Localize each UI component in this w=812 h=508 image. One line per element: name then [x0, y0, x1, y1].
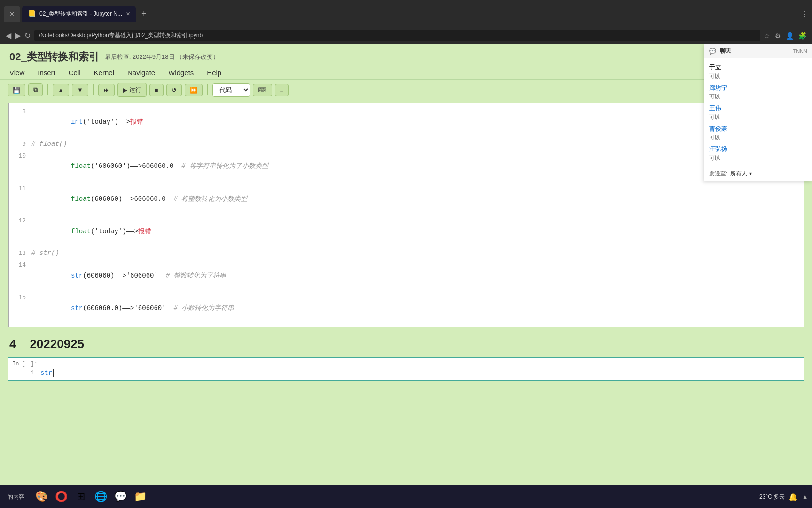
code-line-11: 11 float(606060)——>606060.0 # 将整数转化为小数类型 [9, 183, 804, 215]
taskbar-icon-browser[interactable]: 🌐 [91, 487, 110, 506]
settings-icon[interactable]: ⚙ [775, 32, 781, 40]
taskbar-icon-circle[interactable]: ⭕ [52, 487, 70, 506]
address-bar-row: ◀ ▶ ↻ /Notebooks/Desktop/Python专基础入门/02_… [0, 27, 812, 44]
member-name-langfangyu[interactable]: 廊坊宇 [709, 83, 807, 93]
toolbar: 💾 ⧉ ▲ ▼ ⏭ ▶ 运行 ■ ↺ ⏩ 代码 ⌨ ≡ [0, 80, 812, 100]
chat-member-wanghoyang: 汪弘扬 可以 [709, 143, 807, 164]
art-icon: 🎨 [35, 491, 48, 503]
tab-bar: ✕ 📒 02_类型转换和索引 - Jupyter N... ✕ + [4, 6, 798, 22]
line-number-11: 11 [13, 184, 26, 194]
fast-forward-button[interactable]: ⏩ [185, 84, 203, 96]
taskbar-icon-chat[interactable]: 💬 [111, 487, 130, 506]
chat-panel: 💬 聊天 TNNN 于立 可以 廊坊宇 可以 王伟 可以 曹俊豪 可以 汪弘扬 [704, 44, 812, 181]
copy-button[interactable]: ⧉ [28, 83, 43, 96]
active-cell-content[interactable]: 1 str [8, 368, 804, 378]
send-to-dropdown[interactable]: 所有人 ▾ [730, 170, 751, 178]
menu-bar: View Insert Cell Kernel Navigate Widgets… [0, 66, 812, 80]
text-cursor [53, 369, 54, 377]
cell-type-select[interactable]: 代码 [212, 83, 250, 97]
line-number-8: 8 [13, 107, 26, 117]
member-name-wanghoyang[interactable]: 汪弘扬 [709, 144, 807, 154]
code-line-15: 15 str(606060.0)——>'606060' # 小数转化为字符串 [9, 292, 804, 324]
menu-cell[interactable]: Cell [69, 68, 81, 78]
menu-insert[interactable]: Insert [38, 68, 55, 78]
taskbar-left: 的内容 [4, 493, 28, 501]
menu-view[interactable]: View [9, 68, 24, 78]
code-content-14: str(606060)——>'606060' # 整数转化为字符串 [31, 260, 226, 291]
browser-menu-icon[interactable]: ⋮ [801, 9, 808, 18]
section-number: 4 [9, 337, 16, 351]
send-to-label: 发送至: [709, 170, 727, 178]
member-status-wangwei: 可以 [709, 113, 807, 121]
chat-subtitle: TNNN [793, 48, 807, 54]
code-line-12: 12 float('today')——>报错 [9, 215, 804, 247]
code-content-9: # float() [31, 139, 67, 149]
refresh-icon[interactable]: ↻ [24, 31, 31, 40]
taskbar-icon-art[interactable]: 🎨 [32, 487, 51, 506]
active-cell[interactable]: In [ ]: 1 str [8, 357, 804, 381]
code-content-12: float('today')——>报错 [31, 215, 151, 247]
active-cell-header: In [ ]: [8, 360, 804, 368]
taskbar-icons: 🎨 ⭕ ⊞ 🌐 💬 📁 [32, 487, 149, 506]
save-button[interactable]: 💾 [8, 84, 25, 96]
new-tab-button[interactable]: + [138, 7, 150, 21]
step-over-button[interactable]: ⏭ [98, 84, 115, 96]
taskbar: 的内容 🎨 ⭕ ⊞ 🌐 💬 📁 23°C 多云 🔔 ▲ [0, 485, 812, 508]
line-number-10: 10 [13, 151, 26, 161]
list-button[interactable]: ≡ [275, 84, 289, 96]
profile-icon[interactable]: 👤 [786, 32, 794, 40]
run-button[interactable]: ▶ 运行 [117, 83, 147, 97]
notebook-content: 8 int('today')——>报错 9 # float() 10 float… [0, 100, 812, 382]
keyboard-button[interactable]: ⌨ [253, 84, 272, 96]
notebook-meta: 最后检查: 2022年9月18日 （未保存改变） [105, 53, 219, 61]
taskbar-up-arrow[interactable]: ▲ [802, 493, 808, 500]
code-content-8: int('today')——>报错 [31, 106, 143, 138]
line-number-13: 13 [13, 249, 26, 259]
main-area: 02_类型转换和索引 最后检查: 2022年9月18日 （未保存改变） View… [0, 44, 812, 485]
taskbar-icon-windows[interactable]: ⊞ [71, 487, 90, 506]
menu-widgets[interactable]: Widgets [168, 68, 194, 78]
jupyter-tab-close[interactable]: ✕ [126, 11, 130, 17]
member-status-wanghoyang: 可以 [709, 154, 807, 162]
toolbar-separator-2 [93, 84, 94, 95]
extensions-icon[interactable]: 🧩 [798, 32, 806, 40]
taskbar-icon-files[interactable]: 📁 [131, 487, 149, 506]
member-status-caojunhao: 可以 [709, 133, 807, 142]
taskbar-right: 23°C 多云 🔔 ▲ [759, 492, 808, 501]
cell-label-in: In [12, 361, 19, 367]
files-icon: 📁 [134, 491, 147, 503]
menu-help[interactable]: Help [207, 68, 221, 78]
chat-member-caojunhao: 曹俊豪 可以 [709, 123, 807, 143]
stop-button[interactable]: ■ [149, 84, 164, 96]
code-line-14: 14 str(606060)——>'606060' # 整数转化为字符串 [9, 259, 804, 292]
back-icon[interactable]: ◀ [6, 31, 11, 40]
code-cell-1[interactable]: 8 int('today')——>报错 9 # float() 10 float… [8, 103, 804, 327]
browser-chrome: ✕ 📒 02_类型转换和索引 - Jupyter N... ✕ + ⋮ [0, 0, 812, 27]
chat-member-langfangyu: 廊坊宇 可以 [709, 82, 807, 103]
code-content-10: float('606060')——>606060.0 # 将字符串转化为了小数类… [31, 151, 268, 182]
code-content-13: # str() [31, 248, 59, 258]
tab-close-icon[interactable]: ✕ [9, 10, 15, 17]
move-down-button[interactable]: ▼ [72, 84, 88, 96]
restart-button[interactable]: ↺ [166, 84, 182, 96]
move-up-button[interactable]: ▲ [53, 84, 69, 96]
address-bar[interactable]: /Notebooks/Desktop/Python专基础入门/02_类型转换和索… [34, 30, 760, 41]
tab-close-tab[interactable]: ✕ [4, 6, 20, 22]
member-name-wangwei[interactable]: 王伟 [709, 103, 807, 113]
menu-navigate[interactable]: Navigate [127, 68, 155, 78]
tab-jupyter[interactable]: 📒 02_类型转换和索引 - Jupyter N... ✕ [22, 6, 136, 22]
toolbar-separator-1 [47, 84, 48, 95]
taskbar-notification-icon[interactable]: 🔔 [789, 492, 798, 501]
code-line-8: 8 int('today')——>报错 [9, 106, 804, 138]
code-content-15: str(606060.0)——>'606060' # 小数转化为字符串 [31, 292, 234, 324]
active-code-str: str [40, 369, 52, 377]
chat-members-list: 于立 可以 廊坊宇 可以 王伟 可以 曹俊豪 可以 汪弘扬 可以 [704, 58, 812, 167]
jupyter-tab-label: 02_类型转换和索引 - Jupyter N... [39, 10, 122, 18]
code-line-9: 9 # float() [9, 138, 804, 150]
line-number-12: 12 [13, 216, 26, 226]
menu-kernel[interactable]: Kernel [94, 68, 114, 78]
forward-icon[interactable]: ▶ [15, 31, 21, 40]
star-icon[interactable]: ☆ [764, 32, 770, 40]
cell-bracket-close: ]: [31, 361, 38, 367]
member-name-caojunhao[interactable]: 曹俊豪 [709, 124, 807, 134]
